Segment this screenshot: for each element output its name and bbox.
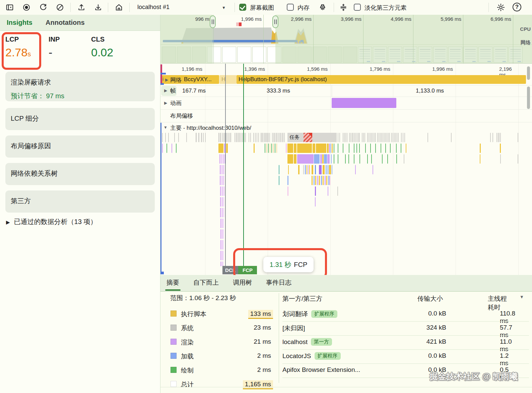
flame-bar[interactable] [312,176,313,185]
flame-bar[interactable] [480,144,481,153]
flame-bar[interactable] [328,176,329,185]
flame-bar[interactable] [320,154,322,164]
flame-bar[interactable] [389,133,390,142]
clear-icon[interactable] [56,3,64,12]
nested-call-column[interactable] [220,186,224,196]
flame-bar[interactable] [201,133,202,142]
flame-bar[interactable] [162,144,163,153]
garbage-collect-icon[interactable] [318,3,327,12]
flame-bar[interactable] [362,133,362,142]
animation-bar[interactable] [332,98,396,108]
nested-call-column[interactable] [220,208,224,217]
flame-bar[interactable] [329,165,331,174]
flame-bar[interactable] [332,165,332,174]
record-icon[interactable] [22,3,31,12]
flame-bar[interactable] [174,133,175,142]
flame-bar[interactable] [178,133,179,142]
flame-bar[interactable] [203,133,204,142]
nested-call-column[interactable] [220,219,224,228]
animations-expand-icon[interactable]: ▶ [164,101,167,105]
flame-bar[interactable] [354,144,354,153]
flame-bar[interactable] [332,144,333,153]
flame-bar[interactable] [275,144,275,153]
flame-bar[interactable] [314,154,320,164]
flame-bar[interactable] [374,133,375,142]
flame-bar[interactable] [500,144,501,153]
flame-bar[interactable] [316,144,326,153]
flame-bar[interactable] [242,133,243,142]
flame-bar[interactable] [276,144,277,153]
flame-bar[interactable] [307,165,307,174]
flame-bar[interactable] [264,133,265,142]
table-sort-caret-icon[interactable]: ▼ [520,294,524,299]
flame-bar[interactable] [377,133,378,142]
flame-bar[interactable] [349,144,349,153]
flame-bar[interactable] [345,133,346,142]
flame-bar[interactable] [245,133,246,142]
flame-bar[interactable] [500,154,501,164]
flame-bar[interactable] [287,186,288,196]
flame-bar[interactable] [391,133,392,142]
flame-bar[interactable] [198,133,199,142]
flame-bar[interactable] [371,154,372,164]
selection-handle-left[interactable] [210,15,216,28]
flame-bar[interactable] [353,133,353,142]
flame-bar[interactable] [278,133,279,142]
flame-bar[interactable] [385,133,386,142]
flame-bar[interactable] [403,133,403,142]
flame-bar[interactable] [271,144,272,153]
flame-bar[interactable] [272,133,273,142]
nested-call-column[interactable] [220,176,224,185]
flame-bar[interactable] [345,154,346,164]
flame-bar[interactable] [357,133,357,142]
flame-bar[interactable] [268,133,269,142]
flame-bar[interactable] [329,176,330,185]
flame-bar[interactable] [339,133,340,142]
flame-bar[interactable] [315,197,316,207]
flame-bar[interactable] [387,154,388,164]
flame-bar[interactable] [388,133,389,142]
flame-bar[interactable] [327,154,330,164]
flame-bar[interactable] [287,154,293,164]
flame-bar[interactable] [297,144,312,153]
flame-bar[interactable] [406,144,406,153]
flame-bar[interactable] [253,133,254,142]
flame-bar[interactable] [283,133,283,142]
table-row-name[interactable]: [未归因] [282,324,305,333]
flame-bar[interactable] [500,133,501,142]
flame-bar[interactable] [319,176,320,185]
flame-bar[interactable] [305,165,306,174]
flame-bar[interactable] [370,133,371,142]
flame-bar[interactable] [364,133,365,142]
flame-bar[interactable] [227,133,227,142]
flame-bar[interactable] [167,144,167,153]
scrollbar-thumb[interactable] [527,66,530,80]
flame-bar[interactable] [384,133,385,142]
flame-bar[interactable] [277,133,277,142]
nested-call-column[interactable] [219,154,224,164]
flame-bar[interactable] [287,144,293,153]
nested-call-column[interactable] [220,229,224,239]
nested-call-column[interactable] [220,240,224,249]
flame-bar[interactable] [280,133,281,142]
flame-bar[interactable] [396,144,397,153]
flame-bar[interactable] [396,154,397,164]
insight-card[interactable]: 第三方 [5,190,155,213]
flame-bar[interactable] [282,133,282,142]
flame-bar[interactable] [334,154,334,164]
flame-bar[interactable] [349,133,350,142]
flame-bar[interactable] [329,144,330,153]
flame-bar[interactable] [312,165,313,174]
flame-bar[interactable] [308,165,309,174]
network-expand-icon[interactable]: ▶ [165,77,168,82]
flame-bar[interactable] [401,133,402,142]
table-row-name[interactable]: Apifox Browser Extension... [282,366,360,374]
nested-call-column[interactable] [220,262,223,266]
flame-bar[interactable] [367,133,368,142]
flame-bar[interactable] [404,154,404,164]
flame-bar[interactable] [381,133,382,142]
flame-bar[interactable] [218,133,219,142]
flame-bar[interactable] [322,154,324,164]
passed-insights-toggle[interactable]: ▶已通过的数据分析（13 项） [6,217,97,226]
flame-bar[interactable] [268,144,269,153]
